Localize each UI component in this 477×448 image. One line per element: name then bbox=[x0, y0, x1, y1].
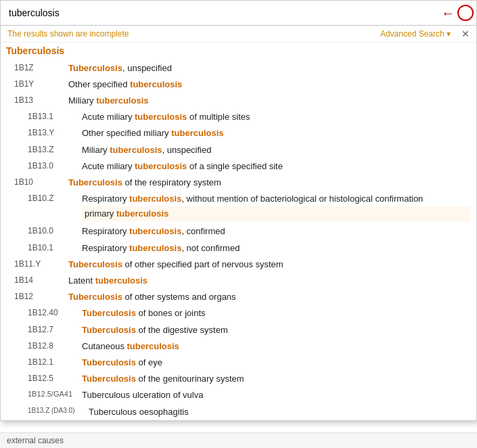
result-code: 1B10 bbox=[14, 177, 68, 188]
list-item[interactable]: 1B13.0 Acute miliary tuberculosis of a s… bbox=[1, 158, 476, 175]
dropdown-header: The results shown are incomplete Advance… bbox=[1, 26, 476, 43]
highlight-text: tuberculosis bbox=[110, 145, 162, 155]
highlight-text: Tuberculosis bbox=[68, 292, 122, 302]
list-item[interactable]: 1B12.8 Cutaneous tuberculosis bbox=[1, 338, 476, 355]
highlight-text: tuberculosis bbox=[129, 226, 181, 236]
highlight-text: tuberculosis bbox=[129, 194, 181, 204]
highlight-text: Tuberculosis bbox=[82, 374, 136, 384]
list-item[interactable]: 1B12.7 Tuberculosis of the digestive sys… bbox=[1, 322, 476, 338]
result-label: Tuberculosis bbox=[6, 45, 471, 58]
subtext-highlight: tuberculosis bbox=[116, 208, 168, 219]
result-code: 1B13 bbox=[14, 95, 68, 106]
result-label: Tuberculosis, unspecified bbox=[68, 62, 471, 74]
list-item[interactable]: 1B12 Tuberculosis of other systems and o… bbox=[1, 289, 476, 305]
incomplete-message: The results shown are incomplete bbox=[7, 29, 129, 39]
highlight-text: Tuberculosis bbox=[82, 308, 136, 318]
result-label: Acute miliary tuberculosis of multiple s… bbox=[82, 111, 471, 123]
list-item[interactable]: 1B12.5/GA41 Tuberculous ulceration of vu… bbox=[1, 387, 476, 403]
result-code: 1B13.Z (DA3.0) bbox=[28, 406, 89, 416]
result-code: 1B12.40 bbox=[28, 307, 82, 319]
result-label: Tuberculous ulceration of vulva bbox=[82, 389, 471, 401]
result-code: 1B10.Z bbox=[28, 193, 82, 204]
highlight-text: tuberculosis bbox=[96, 95, 148, 106]
highlight-text: Tuberculosis bbox=[68, 177, 122, 187]
result-code: 1B13.Z bbox=[28, 144, 82, 156]
dropdown-panel: The results shown are incomplete Advance… bbox=[0, 26, 477, 421]
subtext: primary tuberculosis bbox=[82, 206, 471, 221]
list-item[interactable]: 1B13.Z (DA3.0) Tuberculous oesophagitis bbox=[1, 404, 476, 420]
list-item[interactable]: 1B13 Miliary tuberculosis bbox=[1, 93, 476, 109]
highlight-text: Tuberculosis bbox=[68, 63, 122, 73]
highlight-text: tuberculosis bbox=[127, 341, 179, 351]
highlight-text: Tuberculosis bbox=[68, 259, 122, 269]
bottom-bar-text: external causes bbox=[7, 436, 64, 445]
highlight-text: tuberculosis bbox=[135, 161, 187, 171]
result-code: 1B12.5 bbox=[28, 373, 82, 384]
list-item[interactable]: 1B1Z Tuberculosis, unspecified bbox=[1, 60, 476, 76]
result-label: Tuberculosis of other systems and organs bbox=[68, 291, 471, 303]
highlight-text: tuberculosis bbox=[95, 275, 147, 286]
search-overlay: ← The results shown are incomplete Advan… bbox=[0, 0, 477, 421]
result-code: 1B1Z bbox=[14, 62, 68, 74]
result-code: 1B13.1 bbox=[28, 111, 82, 122]
list-item[interactable]: 1B1Y Other specified tuberculosis bbox=[1, 76, 476, 93]
code-badge-orange: 1B12 bbox=[14, 292, 33, 301]
bottom-bar: external causes bbox=[0, 432, 477, 448]
highlight-text: tuberculosis bbox=[135, 112, 187, 122]
result-code: 1B10.1 bbox=[28, 242, 82, 254]
list-item[interactable]: 1B10 Tuberculosis of the respiratory sys… bbox=[1, 175, 476, 191]
result-label: Tuberculosis of bones or joints bbox=[82, 307, 471, 319]
advanced-search-link[interactable]: Advanced Search ▾ bbox=[380, 29, 451, 39]
list-item[interactable]: 1B10.Z Respiratory tuberculosis, without… bbox=[1, 191, 476, 223]
results-list: Tuberculosis 1B1Z Tuberculosis, unspecif… bbox=[1, 43, 476, 420]
highlight-text: Tuberculosis bbox=[6, 45, 64, 56]
list-item[interactable]: 1B14 Latent tuberculosis bbox=[1, 273, 476, 289]
highlight-text: Tuberculosis bbox=[82, 325, 136, 335]
result-label: Miliary tuberculosis bbox=[68, 95, 471, 107]
list-item[interactable]: 1B11.Y Tuberculosis of other specified p… bbox=[1, 256, 476, 273]
result-code: 1B14 bbox=[14, 275, 68, 286]
result-code: 1B12.8 bbox=[28, 340, 82, 352]
result-label: Respiratory tuberculosis, without mentio… bbox=[82, 193, 471, 221]
list-item[interactable]: 1B12.1 Tuberculosis of eye bbox=[1, 355, 476, 371]
result-code: 1B12.1 bbox=[28, 357, 82, 368]
result-label: Tuberculosis of the genitourinary system bbox=[82, 373, 471, 385]
highlight-text: tuberculosis bbox=[171, 128, 223, 138]
search-bar: ← bbox=[0, 0, 477, 26]
code-badge: 1B13 bbox=[14, 95, 33, 105]
result-label: Latent tuberculosis bbox=[68, 275, 471, 287]
result-code: 1B13.0 bbox=[28, 160, 82, 172]
result-label: Respiratory tuberculosis, not confirmed bbox=[82, 242, 471, 254]
list-item[interactable]: 1B10.1 Respiratory tuberculosis, not con… bbox=[1, 240, 476, 256]
list-item[interactable]: 1B13.Z Miliary tuberculosis, unspecified bbox=[1, 142, 476, 158]
result-label: Tuberculosis of eye bbox=[82, 357, 471, 369]
highlight-text: Tuberculosis bbox=[82, 357, 136, 367]
search-arrow-icon: ← bbox=[441, 5, 455, 21]
result-code: 1B12.5/GA41 bbox=[28, 389, 82, 399]
result-code: 1B1Y bbox=[14, 79, 68, 90]
list-item[interactable]: 1B10.0 Respiratory tuberculosis, confirm… bbox=[1, 223, 476, 240]
result-label: Tuberculosis of the digestive system bbox=[82, 324, 471, 336]
close-button[interactable]: ✕ bbox=[461, 28, 470, 39]
highlight-text: tuberculosis bbox=[130, 79, 182, 89]
search-input[interactable] bbox=[3, 7, 438, 18]
result-label: Tuberculosis of the respiratory system bbox=[68, 177, 471, 189]
result-code: 1B13.Y bbox=[28, 127, 82, 139]
result-label: Tuberculosis of other specified part of … bbox=[68, 259, 471, 271]
result-label: Cutaneous tuberculosis bbox=[82, 340, 471, 353]
list-item[interactable]: 1B13.1 Acute miliary tuberculosis of mul… bbox=[1, 109, 476, 125]
result-code: 1B11.Y bbox=[14, 259, 68, 270]
result-label: Other specified miliary tuberculosis bbox=[82, 127, 471, 139]
code-badge-orange: 1B10 bbox=[14, 177, 33, 187]
list-item[interactable]: 1B12.5 Tuberculosis of the genitourinary… bbox=[1, 371, 476, 387]
result-label: Other specified tuberculosis bbox=[68, 79, 471, 91]
result-label: Miliary tuberculosis, unspecified bbox=[82, 144, 471, 156]
result-code: 1B10.0 bbox=[28, 225, 82, 237]
result-code: 1B12 bbox=[14, 291, 68, 303]
list-item[interactable]: Tuberculosis bbox=[1, 43, 476, 60]
list-item[interactable]: 1B12.40 Tuberculosis of bones or joints bbox=[1, 305, 476, 321]
result-label: Respiratory tuberculosis, confirmed bbox=[82, 225, 471, 238]
result-label: Acute miliary tuberculosis of a single s… bbox=[82, 160, 471, 173]
result-label: Tuberculous oesophagitis bbox=[89, 406, 471, 418]
list-item[interactable]: 1B13.Y Other specified miliary tuberculo… bbox=[1, 125, 476, 141]
